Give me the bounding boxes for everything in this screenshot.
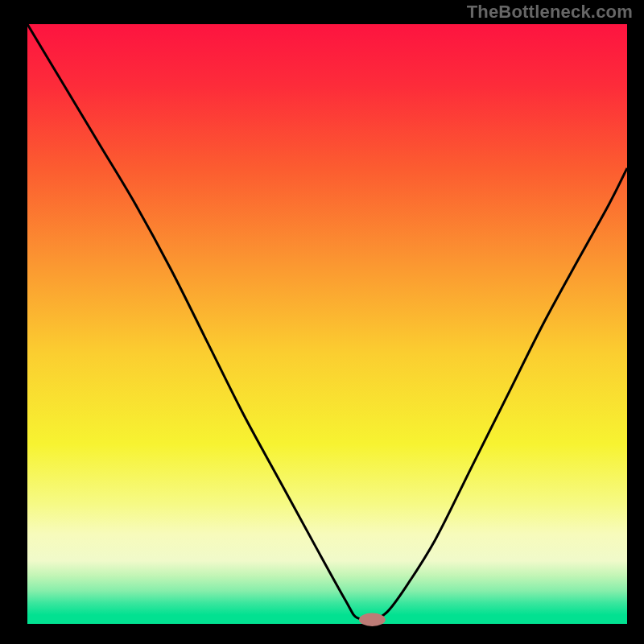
- plot-background: [27, 24, 627, 624]
- watermark-text: TheBottleneck.com: [467, 2, 633, 23]
- bottleneck-chart: [0, 0, 644, 644]
- chart-container: TheBottleneck.com: [0, 0, 644, 644]
- current-config-marker: [359, 613, 386, 626]
